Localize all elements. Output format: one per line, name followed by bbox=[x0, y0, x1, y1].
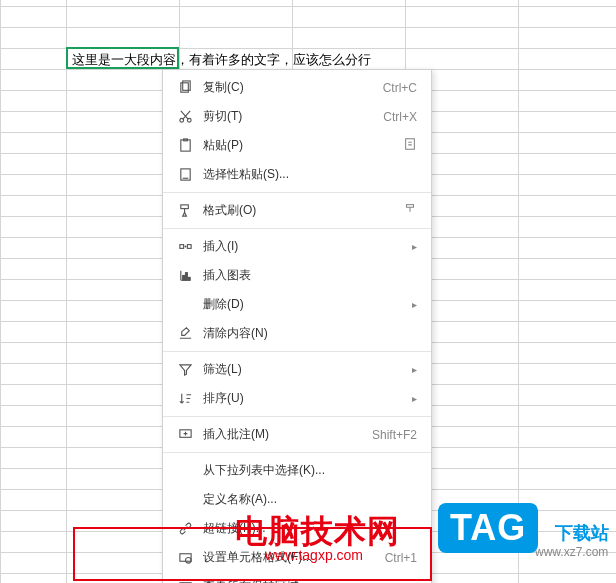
paste-options-icon bbox=[403, 137, 417, 154]
cell-content: 这里是一大段内容，有着许多的文字，应该怎么分行 bbox=[68, 49, 375, 71]
menu-copy[interactable]: 复制(C) Ctrl+C bbox=[163, 73, 431, 102]
menu-paste-special[interactable]: 选择性粘贴(S)... bbox=[163, 160, 431, 189]
menu-label: 剪切(T) bbox=[203, 108, 375, 125]
menu-label: 从下拉列表中选择(K)... bbox=[203, 462, 417, 479]
paste-icon bbox=[175, 138, 195, 153]
context-menu: 复制(C) Ctrl+C 剪切(T) Ctrl+X 粘贴(P) 选择性粘贴(S)… bbox=[162, 69, 432, 583]
menu-label: 选择性粘贴(S)... bbox=[203, 166, 417, 183]
menu-separator bbox=[163, 416, 431, 417]
copy-icon bbox=[175, 80, 195, 95]
format-painter-icon bbox=[175, 203, 195, 218]
tag-sub: 下载站 bbox=[555, 521, 609, 545]
menu-label: 粘贴(P) bbox=[203, 137, 403, 154]
menu-label: 超链接(H)... bbox=[203, 520, 417, 537]
svg-rect-9 bbox=[407, 205, 414, 208]
svg-rect-8 bbox=[180, 205, 188, 209]
menu-clear[interactable]: 清除内容(N) bbox=[163, 319, 431, 348]
menu-shortcut: Ctrl+1 bbox=[385, 551, 417, 565]
svg-rect-11 bbox=[187, 245, 191, 249]
svg-point-17 bbox=[185, 558, 191, 564]
svg-rect-14 bbox=[188, 277, 190, 280]
menu-cut[interactable]: 剪切(T) Ctrl+X bbox=[163, 102, 431, 131]
menu-format-cells[interactable]: 设置单元格格式(F)... Ctrl+1 bbox=[163, 543, 431, 572]
menu-label: 清除内容(N) bbox=[203, 325, 417, 342]
menu-label: 设置单元格格式(F)... bbox=[203, 549, 377, 566]
menu-label: 查看所有保护区域 bbox=[203, 578, 417, 583]
menu-label: 插入图表 bbox=[203, 267, 417, 284]
tag-url: www.xz7.com bbox=[535, 545, 608, 559]
filter-icon bbox=[175, 362, 195, 377]
menu-label: 格式刷(O) bbox=[203, 202, 403, 219]
submenu-arrow-icon: ▸ bbox=[412, 299, 417, 310]
menu-hyperlink[interactable]: 超链接(H)... bbox=[163, 514, 431, 543]
menu-insert-chart[interactable]: 插入图表 bbox=[163, 261, 431, 290]
menu-label: 定义名称(A)... bbox=[203, 491, 417, 508]
menu-label: 删除(D) bbox=[203, 296, 404, 313]
clear-icon bbox=[175, 326, 195, 341]
svg-rect-10 bbox=[179, 245, 183, 249]
submenu-arrow-icon: ▸ bbox=[412, 364, 417, 375]
hyperlink-icon bbox=[175, 521, 195, 536]
chart-icon bbox=[175, 268, 195, 283]
cut-icon bbox=[175, 109, 195, 124]
format-painter-alt-icon bbox=[403, 202, 417, 219]
menu-delete[interactable]: 删除(D) ▸ bbox=[163, 290, 431, 319]
menu-shortcut: Ctrl+C bbox=[383, 81, 417, 95]
menu-sort[interactable]: 排序(U) ▸ bbox=[163, 384, 431, 413]
menu-shortcut: Shift+F2 bbox=[372, 428, 417, 442]
paste-special-icon bbox=[175, 167, 195, 182]
menu-label: 筛选(L) bbox=[203, 361, 404, 378]
menu-separator bbox=[163, 351, 431, 352]
svg-rect-6 bbox=[406, 139, 415, 150]
menu-separator bbox=[163, 452, 431, 453]
menu-filter[interactable]: 筛选(L) ▸ bbox=[163, 355, 431, 384]
comment-icon bbox=[175, 427, 195, 442]
menu-shortcut: Ctrl+X bbox=[383, 110, 417, 124]
menu-insert[interactable]: 插入(I) ▸ bbox=[163, 232, 431, 261]
svg-rect-12 bbox=[182, 276, 184, 281]
menu-pick-from-list[interactable]: 从下拉列表中选择(K)... bbox=[163, 456, 431, 485]
menu-view-protected[interactable]: 查看所有保护区域 bbox=[163, 572, 431, 583]
menu-label: 排序(U) bbox=[203, 390, 404, 407]
submenu-arrow-icon: ▸ bbox=[412, 241, 417, 252]
menu-label: 复制(C) bbox=[203, 79, 375, 96]
menu-separator bbox=[163, 228, 431, 229]
menu-format-painter[interactable]: 格式刷(O) bbox=[163, 196, 431, 225]
format-cells-icon bbox=[175, 550, 195, 565]
menu-paste[interactable]: 粘贴(P) bbox=[163, 131, 431, 160]
sort-icon bbox=[175, 391, 195, 406]
submenu-arrow-icon: ▸ bbox=[412, 393, 417, 404]
menu-define-name[interactable]: 定义名称(A)... bbox=[163, 485, 431, 514]
protection-icon bbox=[175, 579, 195, 583]
menu-label: 插入(I) bbox=[203, 238, 404, 255]
svg-rect-4 bbox=[180, 140, 189, 151]
menu-label: 插入批注(M) bbox=[203, 426, 364, 443]
insert-icon bbox=[175, 239, 195, 254]
menu-insert-comment[interactable]: 插入批注(M) Shift+F2 bbox=[163, 420, 431, 449]
menu-separator bbox=[163, 192, 431, 193]
svg-rect-13 bbox=[185, 273, 187, 281]
